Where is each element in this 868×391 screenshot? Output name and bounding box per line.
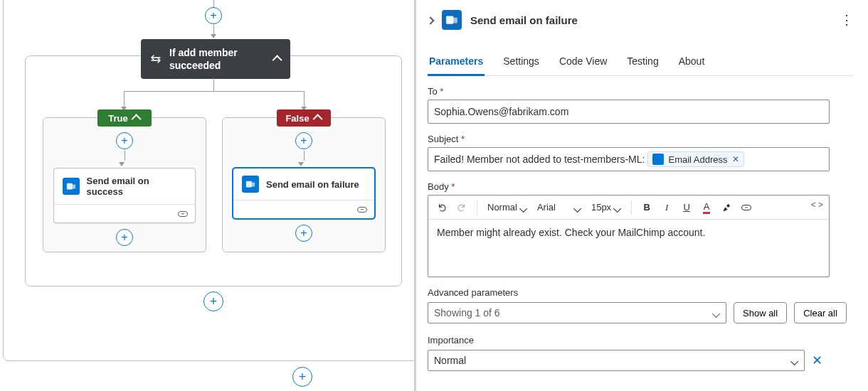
true-badge-label: True [108, 113, 127, 124]
tab-parameters[interactable]: Parameters [428, 51, 485, 76]
body-label: Body * [428, 181, 854, 192]
link-icon [357, 207, 367, 213]
importance-value: Normal [434, 355, 466, 366]
font-color-button[interactable]: A [699, 199, 714, 216]
connector-line [213, 78, 214, 91]
connector-line [304, 151, 305, 161]
svg-rect-0 [67, 183, 73, 190]
true-badge: True [97, 109, 152, 127]
connector-line [125, 91, 304, 92]
svg-rect-4 [446, 16, 453, 23]
false-branch: False + Send email on failure [222, 117, 386, 252]
body-text[interactable]: Member might already exist. Check your M… [428, 220, 829, 277]
italic-button[interactable]: I [659, 199, 674, 216]
false-badge-label: False [285, 113, 309, 124]
font-style-select[interactable]: Normal [485, 202, 530, 213]
arrow-icon [211, 34, 216, 38]
to-label: To * [428, 86, 854, 97]
token-icon [652, 154, 664, 165]
outlook-icon [242, 176, 259, 193]
insert-step-top-button[interactable]: + [205, 7, 222, 24]
svg-rect-2 [246, 181, 252, 188]
clear-all-button[interactable]: Clear all [794, 302, 847, 323]
outlook-icon [442, 10, 462, 30]
link-icon [178, 211, 188, 217]
code-toggle-button[interactable]: < > [811, 200, 823, 210]
to-value: Sophia.Owens@fabrikam.com [434, 106, 568, 117]
collapse-icon[interactable] [134, 113, 141, 124]
chevron-down-icon [712, 310, 720, 318]
action-properties-panel: Send email on failure ⋮ Parameters Setti… [416, 0, 868, 391]
importance-select[interactable]: Normal [428, 350, 805, 371]
token-remove-button[interactable]: ✕ [732, 154, 739, 164]
collapse-panel-button[interactable] [428, 14, 433, 26]
font-size-select[interactable]: 15px [588, 202, 624, 213]
insert-step-false-top-button[interactable]: + [295, 132, 312, 149]
adv-select-text: Showing 1 of 6 [434, 307, 500, 318]
insert-step-after-condition-button[interactable]: + [203, 291, 223, 311]
workflow-canvas[interactable]: + If add member succeeded True + [0, 0, 416, 391]
send-email-failure-card[interactable]: Send email on failure [233, 168, 375, 219]
to-input[interactable]: Sophia.Owens@fabrikam.com [428, 100, 830, 124]
show-all-button[interactable]: Show all [734, 302, 787, 323]
condition-icon [149, 53, 162, 65]
link-button[interactable] [739, 199, 754, 216]
panel-title: Send email on failure [470, 14, 578, 26]
panel-more-button[interactable]: ⋮ [840, 14, 854, 26]
token-label: Email Address [668, 154, 727, 165]
panel-tabs: Parameters Settings Code View Testing Ab… [428, 51, 854, 76]
send-email-success-card[interactable]: Send email on success [53, 168, 196, 223]
remove-importance-button[interactable]: ✕ [812, 353, 822, 368]
condition-title: If add member succeeded [169, 46, 268, 72]
subject-prefix: Failed! Member not added to test-members… [434, 154, 645, 165]
insert-step-bottom-button[interactable]: + [292, 367, 312, 387]
collapse-icon[interactable] [315, 113, 322, 124]
tab-settings[interactable]: Settings [502, 51, 541, 75]
insert-step-false-bottom-button[interactable]: + [295, 225, 312, 242]
svg-rect-3 [251, 182, 255, 186]
body-editor[interactable]: Normal Arial 15px B I U A < > Member mig… [428, 195, 830, 277]
collapse-icon[interactable] [275, 53, 282, 65]
arrow-icon [298, 162, 304, 166]
subject-input[interactable]: Failed! Member not added to test-members… [428, 147, 830, 171]
underline-button[interactable]: U [679, 199, 694, 216]
advanced-parameters-select[interactable]: Showing 1 of 6 [428, 302, 726, 323]
body-toolbar: Normal Arial 15px B I U A < > [428, 196, 829, 220]
font-family-select[interactable]: Arial [534, 202, 584, 213]
tab-about[interactable]: About [677, 51, 706, 75]
chevron-down-icon [790, 358, 798, 365]
svg-rect-1 [72, 184, 75, 188]
undo-button[interactable] [434, 199, 450, 216]
action-title: Send email on success [87, 176, 186, 197]
insert-step-true-bottom-button[interactable]: + [116, 229, 133, 246]
bold-button[interactable]: B [639, 199, 655, 216]
tab-testing[interactable]: Testing [625, 51, 660, 75]
tab-code-view[interactable]: Code View [558, 51, 608, 75]
false-badge: False [277, 109, 331, 127]
highlight-button[interactable] [719, 199, 734, 216]
svg-rect-5 [452, 18, 457, 23]
action-title: Send email on failure [266, 179, 359, 190]
true-branch: True + Send email on success + [43, 117, 206, 252]
importance-label: Importance [428, 335, 854, 346]
email-address-token[interactable]: Email Address ✕ [647, 151, 743, 167]
connector-line [125, 151, 125, 161]
arrow-icon [119, 162, 125, 166]
subject-label: Subject * [428, 134, 854, 144]
insert-step-true-top-button[interactable]: + [116, 132, 133, 149]
redo-button[interactable] [454, 199, 470, 216]
advanced-parameters-label: Advanced parameters [428, 287, 854, 298]
outlook-icon [63, 178, 80, 195]
condition-card[interactable]: If add member succeeded [141, 39, 290, 79]
